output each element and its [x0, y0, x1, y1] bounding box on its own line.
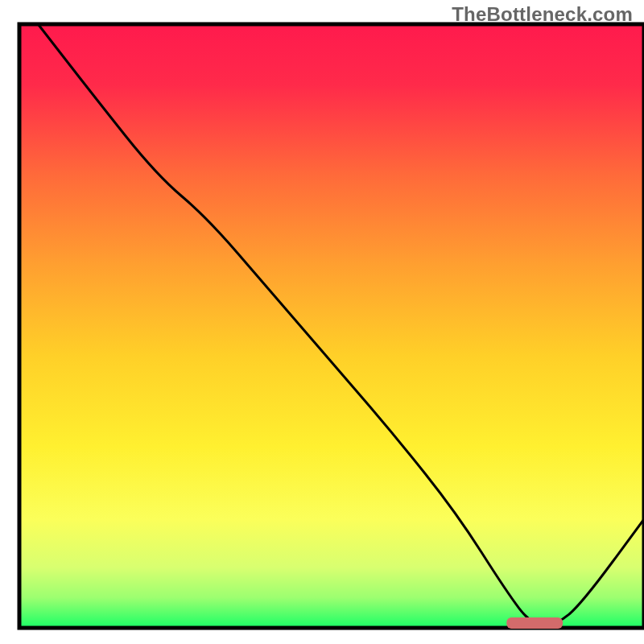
plot-background [19, 24, 644, 628]
chart-container: { "watermark": "TheBottleneck.com", "cha… [0, 0, 644, 644]
optimal-marker [506, 617, 563, 629]
watermark-text: TheBottleneck.com [452, 3, 633, 26]
plot-area [19, 24, 644, 629]
bottleneck-chart [0, 0, 644, 644]
